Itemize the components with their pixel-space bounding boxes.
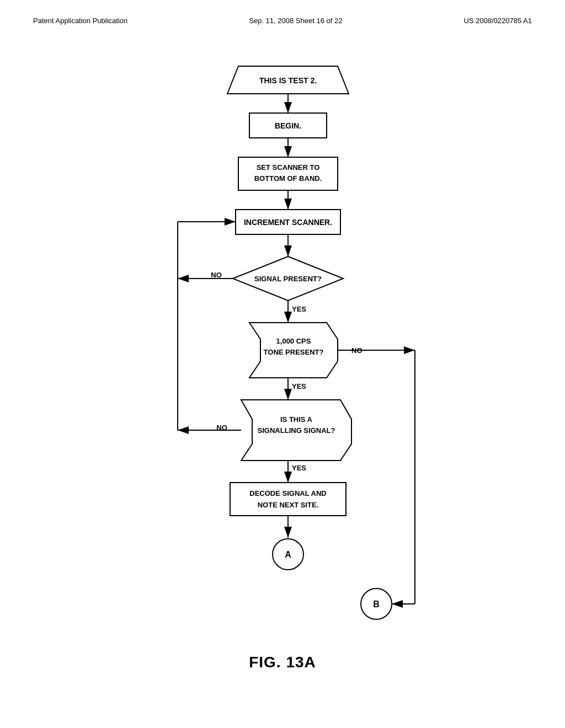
svg-text:BOTTOM OF BAND.: BOTTOM OF BAND. [254, 174, 322, 183]
svg-text:NOTE NEXT SITE.: NOTE NEXT SITE. [258, 501, 319, 509]
header-center: Sep. 11, 2008 Sheet 16 of 22 [249, 17, 342, 25]
diagram-container: THIS IS TEST 2. BEGIN. SET SCANNER TO BO… [0, 41, 565, 671]
svg-text:THIS IS TEST 2.: THIS IS TEST 2. [259, 76, 317, 85]
svg-text:SIGNAL PRESENT?: SIGNAL PRESENT? [254, 275, 322, 283]
svg-text:YES: YES [292, 464, 306, 472]
svg-text:SIGNALLING SIGNAL?: SIGNALLING SIGNAL? [258, 426, 335, 435]
svg-text:IS THIS A: IS THIS A [280, 415, 313, 424]
header-right: US 2008/0220785 A1 [463, 17, 532, 25]
flowchart-svg: THIS IS TEST 2. BEGIN. SET SCANNER TO BO… [89, 41, 476, 648]
figure-label: FIG. 13A [249, 654, 316, 671]
svg-text:1,000 CPS: 1,000 CPS [276, 337, 311, 345]
svg-text:YES: YES [292, 382, 306, 390]
svg-text:DECODE SIGNAL AND: DECODE SIGNAL AND [249, 489, 326, 497]
svg-text:SET SCANNER TO: SET SCANNER TO [257, 163, 320, 172]
svg-rect-39 [230, 483, 346, 516]
header-left: Patent Application Publication [33, 17, 127, 25]
svg-text:TONE PRESENT?: TONE PRESENT? [264, 348, 324, 356]
svg-text:YES: YES [292, 305, 306, 313]
svg-text:BEGIN.: BEGIN. [275, 121, 301, 130]
svg-text:B: B [373, 599, 380, 609]
svg-rect-7 [238, 157, 338, 190]
page-header: Patent Application Publication Sep. 11, … [0, 0, 565, 30]
svg-text:INCREMENT SCANNER.: INCREMENT SCANNER. [244, 218, 332, 227]
svg-text:A: A [285, 550, 291, 559]
svg-text:NO: NO [211, 271, 222, 279]
